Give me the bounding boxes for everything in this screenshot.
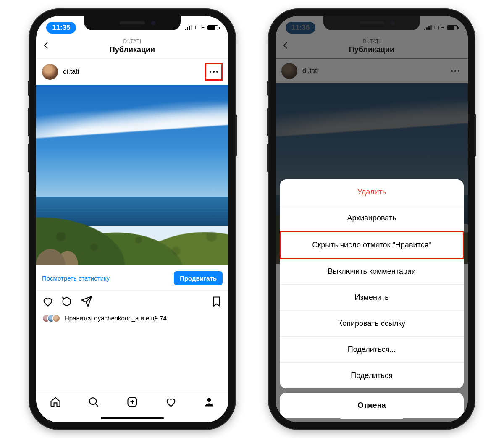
home-indicator[interactable]: [101, 417, 164, 419]
username[interactable]: di.tati: [63, 68, 79, 76]
like-avatars: [42, 314, 60, 323]
status-time: 11:35: [46, 22, 76, 34]
header-subtitle: DI.TATI: [36, 39, 228, 45]
sheet-item-archive[interactable]: Архивировать: [280, 205, 464, 231]
post-header: di.tati: [36, 59, 228, 85]
tab-activity[interactable]: [165, 396, 177, 409]
avatar[interactable]: [42, 64, 58, 80]
heart-icon: [42, 296, 54, 307]
sheet-item-disable-comments[interactable]: Выключить комментарии: [280, 259, 464, 285]
action-sheet: Удалить Архивировать Скрыть число отмето…: [280, 179, 464, 418]
tab-profile[interactable]: [203, 396, 215, 409]
comment-icon: [61, 296, 73, 307]
nav-header: DI.TATI Публикации: [36, 36, 228, 59]
plus-square-icon: [126, 396, 138, 408]
like-button[interactable]: [42, 296, 54, 309]
search-icon: [88, 396, 100, 408]
home-indicator[interactable]: [340, 417, 403, 419]
tab-bar: [36, 390, 228, 422]
sheet-item-copy-link[interactable]: Копировать ссылку: [280, 311, 464, 337]
sheet-item-hide-likes[interactable]: Скрыть число отметок "Нравится": [280, 231, 464, 259]
send-icon: [81, 296, 92, 307]
heart-icon: [165, 396, 177, 408]
more-button[interactable]: [207, 65, 220, 79]
back-button[interactable]: [42, 41, 50, 51]
sheet-item-share-ellipsis[interactable]: Поделиться...: [280, 337, 464, 363]
svg-point-2: [207, 398, 211, 401]
more-button-highlight: [205, 63, 223, 81]
view-stats-link[interactable]: Посмотреть статистику: [42, 275, 110, 282]
likes-row[interactable]: Нравится dyachenkooo_a и ещё 74: [36, 312, 228, 323]
tab-post[interactable]: [126, 396, 138, 409]
likes-text: Нравится dyachenkooo_a и ещё 74: [65, 315, 167, 322]
bookmark-icon: [211, 296, 223, 307]
signal-icon: [185, 25, 192, 30]
profile-icon: [203, 396, 215, 408]
sheet-cancel-button[interactable]: Отмена: [280, 393, 464, 418]
promote-row: Посмотреть статистику Продвигать: [36, 265, 228, 291]
header-title: Публикации: [36, 45, 228, 54]
sheet-item-share[interactable]: Поделиться: [280, 363, 464, 388]
sheet-item-delete[interactable]: Удалить: [280, 179, 464, 205]
sheet-item-edit[interactable]: Изменить: [280, 285, 464, 311]
post-actions: [36, 291, 228, 312]
post-image[interactable]: [36, 85, 228, 265]
action-sheet-group: Удалить Архивировать Скрыть число отмето…: [280, 179, 464, 388]
bookmark-button[interactable]: [211, 296, 223, 309]
home-icon: [50, 396, 61, 408]
post-user[interactable]: di.tati: [42, 64, 79, 80]
phone-right: 11:36 LTE DI.TATI Публикации di.tati: [269, 9, 475, 429]
svg-point-0: [89, 398, 96, 404]
more-icon: [210, 71, 218, 73]
tab-search[interactable]: [88, 396, 100, 409]
share-button[interactable]: [81, 296, 92, 309]
chevron-left-icon: [42, 41, 50, 50]
tab-home[interactable]: [50, 396, 61, 409]
phone-left: 11:35 LTE DI.TATI Публикации di.tati: [29, 9, 235, 429]
status-indicators: LTE: [185, 24, 218, 31]
comment-button[interactable]: [61, 296, 73, 309]
network-label: LTE: [195, 24, 205, 31]
notch: [84, 16, 181, 30]
promote-button[interactable]: Продвигать: [174, 271, 223, 285]
battery-icon: [207, 25, 218, 30]
